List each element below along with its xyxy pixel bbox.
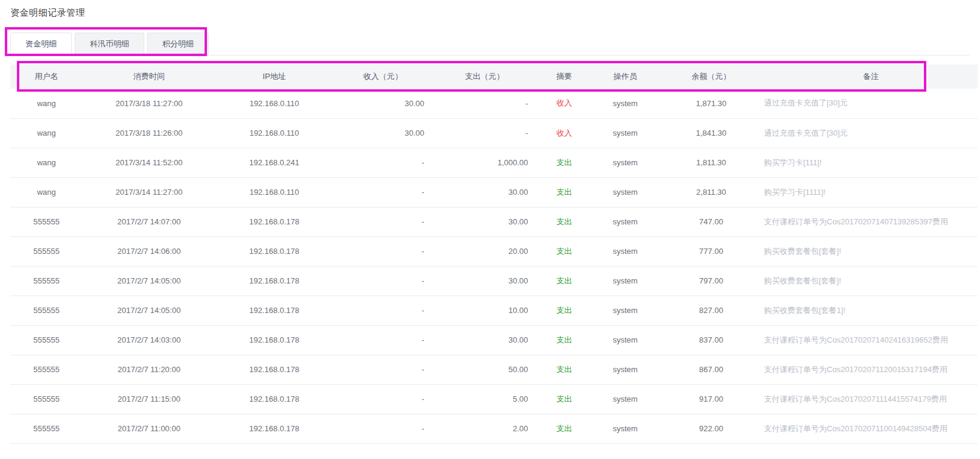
table-row: 555555 2017/2/7 11:20:00 192.168.0.178 -… xyxy=(10,355,978,384)
column-header-operator: 操作员 xyxy=(592,65,658,89)
cell-consume-time: 2017/2/7 14:06:00 xyxy=(83,236,215,266)
tab-kexun-coin-detail[interactable]: 科汛币明细 xyxy=(75,33,144,55)
cell-username: 555555 xyxy=(10,414,83,443)
cell-income: - xyxy=(333,355,433,384)
cell-expense: - xyxy=(433,118,536,148)
page-title: 资金明细记录管理 xyxy=(10,7,85,19)
cell-expense: 1,000.00 xyxy=(433,148,536,177)
cell-income: 30.00 xyxy=(333,118,433,148)
cell-operator: system xyxy=(592,414,658,443)
cell-balance: 917.00 xyxy=(658,384,764,414)
cell-remark: 通过充值卡充值了[30]元 xyxy=(764,89,978,118)
cell-operator: system xyxy=(592,89,658,118)
fund-detail-table: 用户名 消费时间 IP地址 收入（元） 支出（元） 摘要 操作员 余额（元） 备… xyxy=(10,65,978,444)
cell-consume-time: 2017/2/7 14:03:00 xyxy=(83,325,215,355)
table-row: 555555 2017/2/7 14:05:00 192.168.0.178 -… xyxy=(10,266,978,296)
cell-expense: 20.00 xyxy=(433,236,536,266)
cell-expense: 50.00 xyxy=(433,355,536,384)
cell-income: - xyxy=(333,325,433,355)
tab-points-detail[interactable]: 积分明细 xyxy=(147,33,209,55)
cell-consume-time: 2017/2/7 11:20:00 xyxy=(83,355,215,384)
cell-consume-time: 2017/3/18 11:27:00 xyxy=(83,89,215,118)
cell-username: 555555 xyxy=(10,296,83,325)
cell-username: 555555 xyxy=(10,384,83,414)
column-header-consume-time: 消费时间 xyxy=(83,65,215,89)
cell-balance: 867.00 xyxy=(658,355,764,384)
cell-username: 555555 xyxy=(10,207,83,236)
table-row: 555555 2017/2/7 11:00:00 192.168.0.178 -… xyxy=(10,414,978,443)
cell-operator: system xyxy=(592,177,658,207)
cell-username: 555555 xyxy=(10,236,83,266)
cell-income: - xyxy=(333,177,433,207)
column-header-remark: 备注 xyxy=(764,65,978,89)
column-header-expense: 支出（元） xyxy=(433,65,536,89)
table-row: wang 2017/3/14 11:52:00 192.168.0.241 - … xyxy=(10,148,978,177)
cell-income: - xyxy=(333,296,433,325)
cell-operator: system xyxy=(592,355,658,384)
cell-ip-address: 192.168.0.178 xyxy=(215,325,333,355)
cell-ip-address: 192.168.0.241 xyxy=(215,148,333,177)
cell-income: 30.00 xyxy=(333,89,433,118)
cell-remark: 支付课程订单号为Cos201702071114415574179费用 xyxy=(764,384,978,414)
cell-remark: 支付课程订单号为Cos201702071100149428504费用 xyxy=(764,414,978,443)
table-row: 555555 2017/2/7 14:03:00 192.168.0.178 -… xyxy=(10,325,978,355)
cell-income: - xyxy=(333,266,433,296)
cell-balance: 2,811.30 xyxy=(658,177,764,207)
column-header-summary: 摘要 xyxy=(536,65,592,89)
cell-ip-address: 192.168.0.110 xyxy=(215,89,333,118)
cell-ip-address: 192.168.0.178 xyxy=(215,384,333,414)
cell-operator: system xyxy=(592,296,658,325)
cell-expense: 30.00 xyxy=(433,266,536,296)
table-row: wang 2017/3/18 11:27:00 192.168.0.110 30… xyxy=(10,89,978,118)
cell-balance: 777.00 xyxy=(658,236,764,266)
table-row: 555555 2017/2/7 14:07:00 192.168.0.178 -… xyxy=(10,207,978,236)
cell-income: - xyxy=(333,148,433,177)
cell-summary: 收入 xyxy=(536,89,592,118)
cell-operator: system xyxy=(592,118,658,148)
cell-ip-address: 192.168.0.178 xyxy=(215,296,333,325)
cell-balance: 797.00 xyxy=(658,266,764,296)
cell-username: 555555 xyxy=(10,266,83,296)
cell-balance: 922.00 xyxy=(658,414,764,443)
cell-summary: 支出 xyxy=(536,384,592,414)
tab-fund-detail[interactable]: 资金明细 xyxy=(10,33,72,55)
cell-operator: system xyxy=(592,384,658,414)
table-row: 555555 2017/2/7 14:06:00 192.168.0.178 -… xyxy=(10,236,978,266)
cell-balance: 1,871.30 xyxy=(658,89,764,118)
cell-ip-address: 192.168.0.178 xyxy=(215,266,333,296)
cell-username: wang xyxy=(10,89,83,118)
cell-remark: 购买收费套餐包[套餐]! xyxy=(764,266,978,296)
cell-expense: - xyxy=(433,89,536,118)
cell-remark: 支付课程订单号为Cos201702071120015317194费用 xyxy=(764,355,978,384)
cell-ip-address: 192.168.0.178 xyxy=(215,355,333,384)
cell-remark: 购买收费套餐包[套餐1]! xyxy=(764,296,978,325)
tab-bar: 资金明细 科汛币明细 积分明细 xyxy=(10,33,970,55)
cell-balance: 747.00 xyxy=(658,207,764,236)
cell-username: wang xyxy=(10,118,83,148)
cell-consume-time: 2017/3/14 11:52:00 xyxy=(83,148,215,177)
cell-operator: system xyxy=(592,325,658,355)
cell-operator: system xyxy=(592,148,658,177)
cell-expense: 5.00 xyxy=(433,384,536,414)
cell-remark: 购买收费套餐包[套餐]! xyxy=(764,236,978,266)
cell-username: 555555 xyxy=(10,325,83,355)
cell-expense: 10.00 xyxy=(433,296,536,325)
cell-summary: 支出 xyxy=(536,148,592,177)
table-header-row: 用户名 消费时间 IP地址 收入（元） 支出（元） 摘要 操作员 余额（元） 备… xyxy=(10,65,978,89)
cell-remark: 支付课程订单号为Cos201702071402416319652费用 xyxy=(764,325,978,355)
cell-ip-address: 192.168.0.110 xyxy=(215,177,333,207)
cell-ip-address: 192.168.0.178 xyxy=(215,207,333,236)
cell-remark: 购买学习卡[111]! xyxy=(764,148,978,177)
cell-expense: 30.00 xyxy=(433,207,536,236)
cell-operator: system xyxy=(592,236,658,266)
cell-income: - xyxy=(333,207,433,236)
cell-balance: 1,841.30 xyxy=(658,118,764,148)
cell-remark: 支付课程订单号为Cos201702071407139285397费用 xyxy=(764,207,978,236)
column-header-ip-address: IP地址 xyxy=(215,65,333,89)
cell-income: - xyxy=(333,236,433,266)
table-row: 555555 2017/2/7 11:15:00 192.168.0.178 -… xyxy=(10,384,978,414)
cell-summary: 支出 xyxy=(536,207,592,236)
cell-income: - xyxy=(333,414,433,443)
cell-remark: 购买学习卡[1111]! xyxy=(764,177,978,207)
cell-remark: 通过充值卡充值了[30]元 xyxy=(764,118,978,148)
